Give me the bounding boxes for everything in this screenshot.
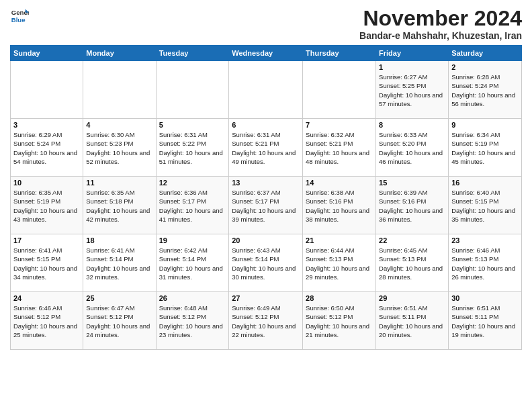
day-number: 29	[379, 294, 445, 302]
calendar-table: Sunday Monday Tuesday Wednesday Thursday…	[10, 45, 522, 350]
day-cell	[229, 61, 303, 119]
header-row: Sunday Monday Tuesday Wednesday Thursday…	[11, 46, 522, 61]
day-info: Sunrise: 6:48 AM Sunset: 5:12 PM Dayligh…	[159, 304, 226, 339]
week-row-1: 1Sunrise: 6:27 AM Sunset: 5:25 PM Daylig…	[11, 61, 522, 119]
day-number: 26	[159, 294, 226, 302]
day-cell: 20Sunrise: 6:43 AM Sunset: 5:14 PM Dayli…	[229, 234, 303, 292]
day-info: Sunrise: 6:37 AM Sunset: 5:17 PM Dayligh…	[232, 188, 300, 224]
day-number: 4	[86, 121, 152, 129]
day-cell	[11, 61, 83, 119]
col-sunday: Sunday	[11, 46, 83, 61]
day-info: Sunrise: 6:49 AM Sunset: 5:12 PM Dayligh…	[232, 304, 300, 339]
day-info: Sunrise: 6:41 AM Sunset: 5:15 PM Dayligh…	[13, 246, 80, 281]
day-number: 2	[451, 63, 519, 71]
day-info: Sunrise: 6:38 AM Sunset: 5:16 PM Dayligh…	[306, 188, 373, 224]
col-monday: Monday	[83, 46, 156, 61]
day-cell: 8Sunrise: 6:33 AM Sunset: 5:20 PM Daylig…	[376, 119, 449, 177]
day-number: 7	[306, 121, 373, 129]
day-cell: 28Sunrise: 6:50 AM Sunset: 5:12 PM Dayli…	[303, 292, 376, 350]
day-number: 27	[232, 294, 300, 302]
day-info: Sunrise: 6:35 AM Sunset: 5:19 PM Dayligh…	[13, 188, 80, 224]
day-number: 21	[306, 236, 373, 244]
day-info: Sunrise: 6:44 AM Sunset: 5:13 PM Dayligh…	[306, 246, 373, 281]
day-number: 1	[379, 63, 445, 71]
week-row-5: 24Sunrise: 6:46 AM Sunset: 5:12 PM Dayli…	[11, 292, 522, 350]
day-info: Sunrise: 6:36 AM Sunset: 5:17 PM Dayligh…	[159, 188, 226, 224]
col-friday: Friday	[376, 46, 449, 61]
day-number: 30	[451, 294, 519, 302]
day-info: Sunrise: 6:39 AM Sunset: 5:16 PM Dayligh…	[379, 188, 445, 224]
day-cell: 13Sunrise: 6:37 AM Sunset: 5:17 PM Dayli…	[229, 177, 303, 234]
day-cell: 24Sunrise: 6:46 AM Sunset: 5:12 PM Dayli…	[11, 292, 83, 350]
day-cell: 14Sunrise: 6:38 AM Sunset: 5:16 PM Dayli…	[303, 177, 376, 234]
logo: General Blue	[10, 7, 29, 26]
day-number: 8	[379, 121, 445, 129]
week-row-2: 3Sunrise: 6:29 AM Sunset: 5:24 PM Daylig…	[11, 119, 522, 177]
day-info: Sunrise: 6:50 AM Sunset: 5:12 PM Dayligh…	[306, 304, 373, 339]
day-cell: 26Sunrise: 6:48 AM Sunset: 5:12 PM Dayli…	[156, 292, 229, 350]
day-cell: 2Sunrise: 6:28 AM Sunset: 5:24 PM Daylig…	[449, 61, 522, 119]
day-info: Sunrise: 6:51 AM Sunset: 5:11 PM Dayligh…	[451, 304, 519, 339]
col-thursday: Thursday	[303, 46, 376, 61]
day-cell: 15Sunrise: 6:39 AM Sunset: 5:16 PM Dayli…	[376, 177, 449, 234]
day-cell: 11Sunrise: 6:35 AM Sunset: 5:18 PM Dayli…	[83, 177, 156, 234]
day-cell: 25Sunrise: 6:47 AM Sunset: 5:12 PM Dayli…	[83, 292, 156, 350]
calendar-page: General Blue November 2024 Bandar-e Mahs…	[0, 0, 532, 411]
day-number: 24	[13, 294, 80, 302]
month-title: November 2024	[359, 7, 522, 30]
day-info: Sunrise: 6:33 AM Sunset: 5:20 PM Dayligh…	[379, 130, 445, 166]
day-info: Sunrise: 6:35 AM Sunset: 5:18 PM Dayligh…	[86, 188, 152, 224]
day-cell: 6Sunrise: 6:31 AM Sunset: 5:21 PM Daylig…	[229, 119, 303, 177]
day-cell: 5Sunrise: 6:31 AM Sunset: 5:22 PM Daylig…	[156, 119, 229, 177]
day-cell	[156, 61, 229, 119]
day-number: 3	[13, 121, 80, 129]
day-info: Sunrise: 6:42 AM Sunset: 5:14 PM Dayligh…	[159, 246, 226, 281]
day-cell: 17Sunrise: 6:41 AM Sunset: 5:15 PM Dayli…	[11, 234, 83, 292]
day-number: 15	[379, 179, 445, 187]
day-number: 23	[451, 236, 519, 244]
day-cell: 12Sunrise: 6:36 AM Sunset: 5:17 PM Dayli…	[156, 177, 229, 234]
day-cell: 16Sunrise: 6:40 AM Sunset: 5:15 PM Dayli…	[449, 177, 522, 234]
day-info: Sunrise: 6:45 AM Sunset: 5:13 PM Dayligh…	[379, 246, 445, 281]
col-saturday: Saturday	[449, 46, 522, 61]
day-cell: 29Sunrise: 6:51 AM Sunset: 5:11 PM Dayli…	[376, 292, 449, 350]
day-cell: 27Sunrise: 6:49 AM Sunset: 5:12 PM Dayli…	[229, 292, 303, 350]
day-number: 19	[159, 236, 226, 244]
day-cell: 23Sunrise: 6:46 AM Sunset: 5:13 PM Dayli…	[449, 234, 522, 292]
day-info: Sunrise: 6:47 AM Sunset: 5:12 PM Dayligh…	[86, 304, 152, 339]
week-row-3: 10Sunrise: 6:35 AM Sunset: 5:19 PM Dayli…	[11, 177, 522, 234]
day-cell	[303, 61, 376, 119]
day-number: 12	[159, 179, 226, 187]
day-info: Sunrise: 6:28 AM Sunset: 5:24 PM Dayligh…	[451, 73, 519, 108]
day-cell	[83, 61, 156, 119]
day-info: Sunrise: 6:46 AM Sunset: 5:13 PM Dayligh…	[451, 246, 519, 281]
day-number: 17	[13, 236, 80, 244]
day-number: 11	[86, 179, 152, 187]
day-number: 22	[379, 236, 445, 244]
day-info: Sunrise: 6:31 AM Sunset: 5:21 PM Dayligh…	[232, 130, 300, 166]
day-number: 9	[451, 121, 519, 129]
day-number: 5	[159, 121, 226, 129]
day-info: Sunrise: 6:51 AM Sunset: 5:11 PM Dayligh…	[379, 304, 445, 339]
day-cell: 19Sunrise: 6:42 AM Sunset: 5:14 PM Dayli…	[156, 234, 229, 292]
day-cell: 9Sunrise: 6:34 AM Sunset: 5:19 PM Daylig…	[449, 119, 522, 177]
day-cell: 1Sunrise: 6:27 AM Sunset: 5:25 PM Daylig…	[376, 61, 449, 119]
svg-text:Blue: Blue	[11, 16, 26, 24]
day-cell: 30Sunrise: 6:51 AM Sunset: 5:11 PM Dayli…	[449, 292, 522, 350]
week-row-4: 17Sunrise: 6:41 AM Sunset: 5:15 PM Dayli…	[11, 234, 522, 292]
day-cell: 3Sunrise: 6:29 AM Sunset: 5:24 PM Daylig…	[11, 119, 83, 177]
col-tuesday: Tuesday	[156, 46, 229, 61]
day-number: 25	[86, 294, 152, 302]
day-info: Sunrise: 6:29 AM Sunset: 5:24 PM Dayligh…	[13, 130, 80, 166]
day-cell: 4Sunrise: 6:30 AM Sunset: 5:23 PM Daylig…	[83, 119, 156, 177]
header: General Blue November 2024 Bandar-e Mahs…	[10, 7, 522, 41]
day-number: 14	[306, 179, 373, 187]
day-cell: 21Sunrise: 6:44 AM Sunset: 5:13 PM Dayli…	[303, 234, 376, 292]
day-cell: 7Sunrise: 6:32 AM Sunset: 5:21 PM Daylig…	[303, 119, 376, 177]
day-number: 16	[451, 179, 519, 187]
day-number: 18	[86, 236, 152, 244]
day-info: Sunrise: 6:32 AM Sunset: 5:21 PM Dayligh…	[306, 130, 373, 166]
location: Bandar-e Mahshahr, Khuzestan, Iran	[359, 30, 522, 41]
day-cell: 18Sunrise: 6:41 AM Sunset: 5:14 PM Dayli…	[83, 234, 156, 292]
title-block: November 2024 Bandar-e Mahshahr, Khuzest…	[359, 7, 522, 41]
